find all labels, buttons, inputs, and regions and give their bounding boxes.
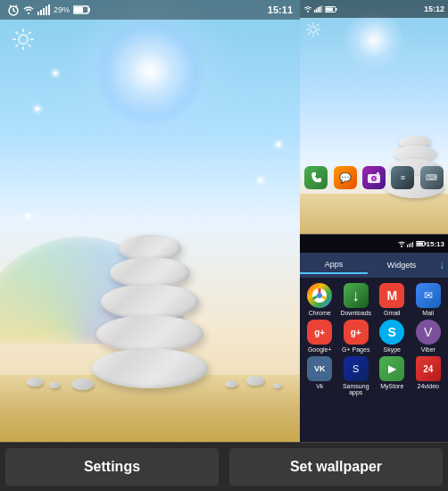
svg-rect-6	[40, 10, 42, 15]
right-panel: 15:12	[300, 0, 448, 442]
app-samsung[interactable]: S Samsung apps	[340, 356, 373, 395]
stone-4th	[96, 315, 203, 353]
mystore-icon: ▶	[379, 356, 404, 381]
app-skype[interactable]: S Skype	[376, 320, 409, 353]
right-sand	[300, 194, 448, 234]
stone-3rd	[101, 284, 199, 320]
app-mail[interactable]: ✉ Mail	[412, 283, 445, 316]
svg-point-41	[372, 178, 375, 180]
app-gplus2[interactable]: g+ G+ Pages	[340, 320, 373, 353]
status-bar-left: 29% 15:11	[0, 0, 300, 20]
svg-rect-8	[46, 6, 47, 15]
settings-gear-icon[interactable]	[11, 27, 37, 54]
drawer-status-icons	[398, 241, 427, 247]
right-phone-top: 15:12	[300, 0, 448, 234]
stone-stack	[92, 235, 208, 388]
gear-svg	[11, 27, 36, 52]
svg-rect-12	[74, 7, 83, 12]
mail-icon: ✉	[416, 283, 441, 308]
app-chrome[interactable]: Chrome	[303, 283, 336, 316]
dock-camera[interactable]	[362, 166, 386, 189]
right-sun-glow	[343, 9, 405, 71]
sparkle-2	[36, 107, 39, 111]
viber-label: Viber	[421, 346, 436, 353]
app-viber[interactable]: V Viber	[412, 320, 445, 353]
svg-line-38	[308, 33, 310, 35]
chrome-icon	[307, 283, 332, 308]
svg-rect-28	[336, 8, 337, 11]
settings-button[interactable]: Settings	[5, 448, 219, 486]
drawer-battery-icon	[416, 241, 427, 246]
svg-line-18	[16, 32, 19, 35]
dock-messages[interactable]: 💬	[334, 166, 357, 189]
svg-rect-44	[409, 244, 410, 247]
download-icon[interactable]: ↓	[436, 259, 448, 271]
samsung-icon: S	[344, 356, 369, 381]
key-icon-symbol: ⌨	[426, 173, 437, 182]
app-vk[interactable]: VK Vk	[303, 356, 336, 395]
right-battery-icon	[325, 6, 337, 12]
chrome-svg	[311, 287, 328, 304]
svg-point-30	[311, 27, 317, 33]
svg-rect-9	[48, 4, 50, 15]
svg-rect-24	[318, 7, 319, 12]
svg-rect-43	[407, 245, 408, 247]
tab-widgets[interactable]: Widgets	[368, 257, 436, 273]
small-stone-6	[71, 379, 94, 390]
drawer-time: 15:13	[427, 240, 444, 248]
dock-phone[interactable]	[304, 166, 328, 189]
skype-icon: S	[379, 320, 404, 345]
svg-point-13	[19, 35, 28, 44]
svg-rect-5	[37, 12, 39, 15]
battery-percent: 29%	[54, 5, 70, 14]
gplus2-label: G+ Pages	[342, 346, 369, 353]
svg-line-35	[308, 24, 310, 26]
svg-rect-26	[321, 5, 323, 12]
downloads-icon: ↓	[344, 283, 369, 308]
dock-keyboard[interactable]: ⌨	[420, 166, 444, 189]
small-stone-3	[246, 376, 264, 386]
app-downloads[interactable]: ↓ Downloads	[340, 283, 373, 316]
left-time: 15:11	[268, 4, 293, 15]
svg-line-20	[29, 32, 31, 35]
sparkle-3	[259, 179, 262, 182]
apps-grid: Chrome ↓ Downloads M Gmail ✉ Mail g+ Goo…	[300, 278, 448, 401]
drawer-status-bar: 15:13	[300, 235, 448, 253]
app-24video[interactable]: 24 24video	[412, 356, 445, 395]
svg-rect-23	[316, 9, 318, 13]
svg-line-21	[16, 45, 19, 47]
dock-calculator[interactable]: ≡	[391, 166, 414, 189]
mystore-label: MyStore	[380, 383, 403, 389]
video24-label: 24video	[417, 383, 439, 389]
small-stone-1	[27, 378, 43, 387]
chrome-label: Chrome	[309, 310, 331, 316]
msg-icon-symbol: 💬	[339, 172, 352, 184]
svg-rect-29	[326, 7, 333, 11]
app-gmail[interactable]: M Gmail	[376, 283, 409, 316]
svg-rect-22	[314, 10, 316, 12]
gplus-icon: g+	[307, 320, 332, 345]
small-stone-5	[273, 383, 282, 388]
sun-glow	[96, 18, 203, 125]
app-dock: 💬 ≡ ⌨	[300, 166, 448, 189]
drawer-signal-icon	[407, 241, 414, 247]
right-wifi-icon	[303, 5, 312, 12]
right-gear-icon[interactable]	[305, 21, 321, 41]
small-stone-4	[225, 380, 237, 387]
vk-icon: VK	[307, 356, 332, 381]
bottom-buttons: Settings Set wallpaper	[0, 442, 448, 491]
battery-icon	[73, 5, 91, 14]
set-wallpaper-button[interactable]: Set wallpaper	[229, 448, 443, 486]
app-gplus[interactable]: g+ Google+	[303, 320, 336, 353]
gplus-label: Google+	[308, 346, 332, 353]
app-mystore[interactable]: ▶ MyStore	[376, 356, 409, 395]
signal-icon	[37, 4, 50, 15]
downloads-label: Downloads	[340, 310, 371, 316]
camera-icon	[368, 172, 380, 183]
small-stone-2	[49, 382, 60, 388]
status-bar-right-top: 15:12	[300, 0, 448, 18]
tab-apps[interactable]: Apps	[300, 256, 368, 274]
calc-icon-symbol: ≡	[401, 173, 405, 182]
viber-icon: V	[416, 320, 441, 345]
phone-icon	[310, 171, 322, 184]
